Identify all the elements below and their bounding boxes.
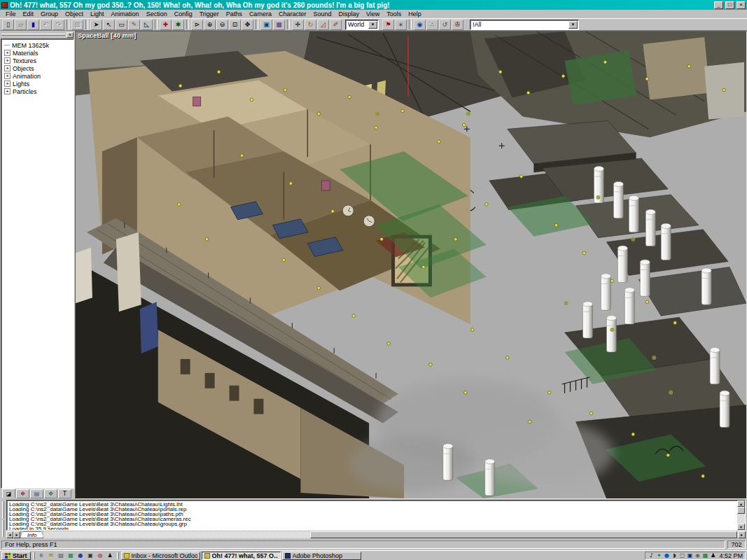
start-button[interactable]: Start — [1, 552, 31, 560]
close-button[interactable]: × — [736, 1, 746, 9]
scale-icon[interactable]: ◿ — [317, 20, 329, 30]
display-icon[interactable]: ▣ — [686, 552, 693, 559]
save-launch-icon[interactable]: ▣ — [86, 552, 95, 559]
resource-icon[interactable]: ✦ — [655, 552, 662, 559]
resource-tree[interactable]: MEM 13625k + Materials + Textures + — [1, 38, 74, 489]
globe-icon[interactable]: ◍ — [96, 552, 105, 559]
link-icon[interactable]: ✐ — [330, 20, 342, 30]
menu-item[interactable]: Camera — [246, 10, 275, 18]
log-vertical-scrollbar[interactable]: ▲ ▼ — [737, 500, 745, 530]
zoom-out-icon[interactable]: ⊖ — [216, 20, 228, 30]
chevron-down-icon[interactable]: ▼ — [368, 21, 377, 29]
marquee-select-icon[interactable]: ▭ — [116, 20, 127, 30]
tree-root[interactable]: MEM 13625k — [4, 41, 74, 49]
viewport-layout-icon[interactable]: ▣ — [260, 20, 272, 30]
tab-world-icon[interactable]: ✥ — [44, 489, 57, 498]
key-icon[interactable]: ✇ — [452, 20, 463, 30]
tab-pages-icon[interactable]: ▤ — [30, 489, 43, 498]
expand-icon[interactable]: + — [4, 57, 11, 64]
tree-item[interactable]: + Lights — [4, 80, 74, 88]
expand-icon[interactable]: + — [4, 50, 11, 56]
menu-item[interactable]: Tools — [383, 10, 405, 18]
menu-item[interactable]: Character — [275, 10, 310, 18]
menu-item[interactable]: Sound — [309, 10, 335, 18]
select-arrow-icon[interactable]: ➤ — [90, 20, 102, 30]
scroll-right-icon[interactable]: ► — [738, 531, 746, 538]
scheduler-icon[interactable]: ▢ — [678, 552, 685, 559]
tab-eraser-icon[interactable]: ◪ — [2, 489, 15, 498]
menu-item[interactable]: Trigger — [196, 10, 223, 18]
zoom-region-icon[interactable]: ⊡ — [229, 20, 241, 30]
eye-icon[interactable]: ◉ — [414, 20, 426, 30]
task-photoshop[interactable]: Adobe Photoshop — [282, 552, 361, 560]
new-icon[interactable]: ▯ — [2, 20, 14, 30]
pan-icon[interactable]: ✥ — [242, 20, 253, 30]
tree-item[interactable]: + Particles — [4, 88, 74, 95]
taskbar-gripper[interactable] — [117, 552, 119, 559]
tree-item[interactable]: + Animation — [4, 72, 74, 80]
msn-icon[interactable]: ● — [76, 552, 85, 559]
scroll-up-icon[interactable]: ▲ — [737, 500, 745, 507]
scrollbar-thumb[interactable] — [737, 507, 745, 514]
title-bar[interactable]: Oh! 477! what, 557 Oh my god 350..? Oh, … — [0, 0, 747, 10]
taskbar-gripper[interactable] — [33, 552, 35, 559]
tree-item[interactable]: + Textures — [4, 57, 74, 64]
cd-icon[interactable]: ◉ — [694, 552, 701, 559]
redo-icon[interactable]: ↷ — [53, 20, 64, 30]
menu-item[interactable]: Config — [171, 10, 196, 18]
expand-icon[interactable]: + — [4, 80, 11, 87]
print-icon[interactable]: ▥ — [71, 20, 83, 30]
mouse-icon[interactable]: ◗ — [671, 552, 678, 559]
log-box[interactable]: Loading C:\ns2_data\Game Levels\Beat 3\C… — [6, 500, 746, 531]
menu-item[interactable]: Display — [335, 10, 363, 18]
filter-combo[interactable]: !All ▼ — [470, 20, 579, 30]
menu-item[interactable]: File — [2, 10, 20, 18]
show-desktop-icon[interactable]: ▤ — [57, 552, 66, 559]
flag-icon[interactable]: ⚑ — [382, 20, 394, 30]
undo-icon[interactable]: ↶ — [40, 20, 52, 30]
channels-icon[interactable]: ▦ — [67, 552, 76, 559]
menu-item[interactable]: Object — [62, 10, 87, 18]
menu-item[interactable]: View — [363, 10, 383, 18]
refresh-icon[interactable]: ↺ — [439, 20, 451, 30]
viewport-3d-scene[interactable] — [76, 31, 746, 498]
rotate-icon[interactable]: ↻ — [305, 20, 316, 30]
menu-item[interactable]: Section — [143, 10, 171, 18]
viewport-3d[interactable]: SpaceBall [40 mm] — [75, 31, 747, 499]
expand-icon[interactable]: + — [4, 88, 11, 94]
tab-scroll-right-icon[interactable]: ► — [13, 531, 20, 538]
colors-icon[interactable]: ▦ — [701, 552, 708, 559]
shaded-view-icon[interactable]: ■ — [273, 20, 285, 30]
open-folder-icon[interactable]: ▱ — [15, 20, 27, 30]
menu-item[interactable]: Paths — [223, 10, 246, 18]
task-outlook[interactable]: Inbox - Microsoft Outlook — [121, 552, 200, 560]
tree-item[interactable]: + Materials — [4, 49, 74, 57]
scrollbar-thumb[interactable] — [310, 531, 737, 538]
log-gripper[interactable] — [1, 500, 6, 538]
menu-item[interactable]: Help — [405, 10, 425, 18]
menu-item[interactable]: Group — [37, 10, 62, 18]
task-editor[interactable]: Oh! 477! what, 557 O... — [202, 552, 281, 560]
particles-icon[interactable]: ∴ — [426, 20, 438, 30]
panel-close-button[interactable]: × — [67, 32, 74, 38]
knife-icon[interactable]: ◺ — [141, 20, 153, 30]
save-icon[interactable]: ▮ — [27, 20, 39, 30]
user-tray-icon[interactable]: ♟ — [709, 552, 716, 559]
zoom-in-icon[interactable]: ⊕ — [204, 20, 216, 30]
tab-text-icon[interactable]: T — [58, 489, 71, 498]
tab-nodes-icon[interactable]: ❖ — [16, 489, 29, 498]
brush-icon[interactable]: ✎ — [128, 20, 140, 30]
world-dropdown[interactable]: World ▼ — [345, 20, 379, 30]
scroll-down-icon[interactable]: ▼ — [737, 524, 745, 530]
outlook-icon[interactable]: ✉ — [47, 552, 56, 559]
menu-item[interactable]: Edit — [20, 10, 38, 18]
ie-icon[interactable]: e — [37, 552, 46, 559]
tree-item[interactable]: + Objects — [4, 64, 74, 72]
magnet-icon[interactable]: ✱ — [172, 20, 184, 30]
log-tab-info[interactable]: Info — [20, 531, 43, 538]
panel-header[interactable]: × — [1, 31, 74, 38]
expand-icon[interactable]: + — [4, 65, 11, 71]
panel-gripper[interactable] — [1, 34, 65, 36]
zoom-extents-icon[interactable]: ⊳ — [191, 20, 203, 30]
restore-button[interactable]: □ — [725, 1, 734, 9]
